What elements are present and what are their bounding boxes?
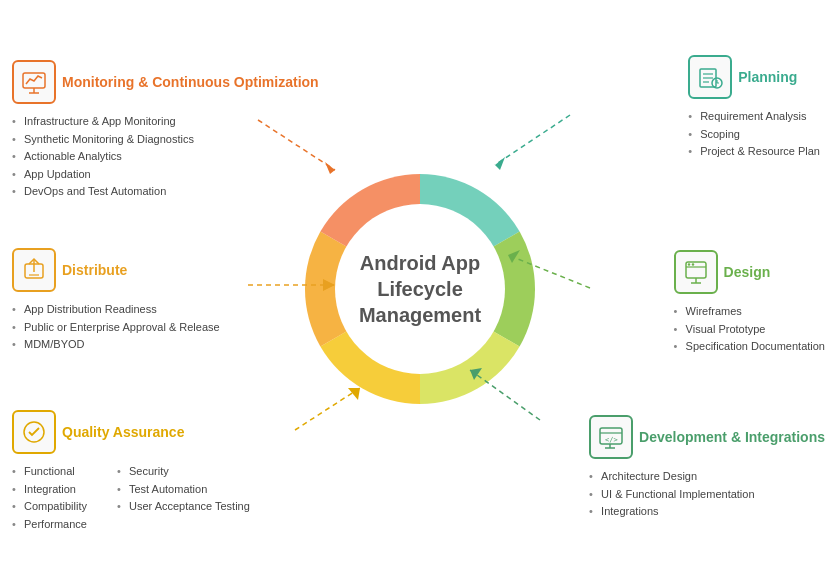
development-items: Architecture Design UI & Functional Impl… (589, 468, 825, 521)
planning-section: Planning Requirement Analysis Scoping Pr… (688, 55, 820, 161)
donut-chart: Android App Lifecycle Management (280, 149, 560, 429)
planning-title: Planning (738, 69, 797, 85)
distribute-section: Distribute App Distribution Readiness Pu… (12, 248, 220, 354)
development-item-1: Architecture Design (589, 468, 825, 486)
design-item-1: Wireframes (674, 303, 825, 321)
design-section: Design Wireframes Visual Prototype Speci… (674, 250, 825, 356)
quality-items-right: Security Test Automation User Acceptance… (117, 463, 250, 533)
quality-item-compatibility: Compatibility (12, 498, 87, 516)
design-icon (674, 250, 718, 294)
monitoring-section: Monitoring & Continuous Optimization Inf… (12, 60, 319, 201)
quality-items-container: Functional Integration Compatibility Per… (12, 463, 250, 533)
planning-icon (688, 55, 732, 99)
quality-section: Quality Assurance Functional Integration… (12, 410, 250, 533)
quality-item-security: Security (117, 463, 250, 481)
quality-item-functional: Functional (12, 463, 87, 481)
quality-items-left: Functional Integration Compatibility Per… (12, 463, 87, 533)
design-item-3: Specification Documentation (674, 338, 825, 356)
planning-item-3: Project & Resource Plan (688, 143, 820, 161)
quality-title: Quality Assurance (62, 424, 184, 440)
svg-text:</>: </> (605, 436, 618, 444)
development-title: Development & Integrations (639, 429, 825, 445)
monitoring-item-5: DevOps and Test Automation (12, 183, 319, 201)
monitoring-item-1: Infrastructure & App Monitoring (12, 113, 319, 131)
quality-item-performance: Performance (12, 516, 87, 534)
distribute-item-1: App Distribution Readiness (12, 301, 220, 319)
planning-item-1: Requirement Analysis (688, 108, 820, 126)
quality-item-integration: Integration (12, 481, 87, 499)
monitoring-item-3: Actionable Analytics (12, 148, 319, 166)
distribute-title: Distribute (62, 262, 127, 278)
distribute-item-2: Public or Enterprise Approval & Release (12, 319, 220, 337)
quality-item-uat: User Acceptance Testing (117, 498, 250, 516)
main-container: Android App Lifecycle Management (0, 0, 840, 577)
design-title: Design (724, 264, 771, 280)
distribute-item-3: MDM/BYOD (12, 336, 220, 354)
monitoring-item-2: Synthetic Monitoring & Diagnostics (12, 131, 319, 149)
design-item-2: Visual Prototype (674, 321, 825, 339)
development-item-3: Integrations (589, 503, 825, 521)
quality-icon (12, 410, 56, 454)
center-title-line3: Management (359, 302, 481, 328)
distribute-icon (12, 248, 56, 292)
development-section: </> Development & Integrations Architect… (589, 415, 825, 521)
svg-point-28 (691, 263, 693, 265)
monitoring-items: Infrastructure & App Monitoring Syntheti… (12, 113, 319, 201)
development-icon: </> (589, 415, 633, 459)
svg-point-27 (687, 263, 689, 265)
monitoring-title: Monitoring & Continuous Optimization (62, 74, 319, 90)
donut-center-text: Android App Lifecycle Management (359, 250, 481, 328)
quality-item-test-automation: Test Automation (117, 481, 250, 499)
distribute-items: App Distribution Readiness Public or Ent… (12, 301, 220, 354)
design-items: Wireframes Visual Prototype Specificatio… (674, 303, 825, 356)
planning-items: Requirement Analysis Scoping Project & R… (688, 108, 820, 161)
planning-item-2: Scoping (688, 126, 820, 144)
development-item-2: UI & Functional Implementation (589, 486, 825, 504)
monitoring-icon (12, 60, 56, 104)
monitoring-item-4: App Updation (12, 166, 319, 184)
center-title-line1: Android App (359, 250, 481, 276)
center-title-line2: Lifecycle (359, 276, 481, 302)
